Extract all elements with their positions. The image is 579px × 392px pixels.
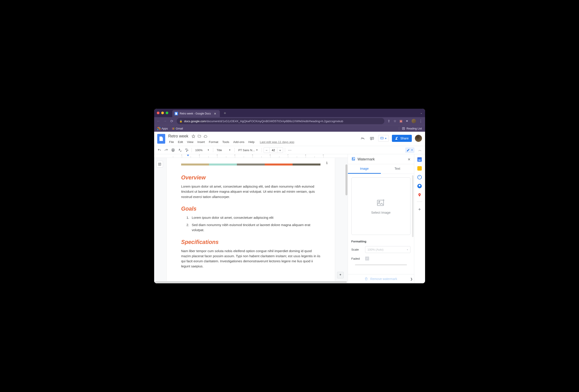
docs-favicon-icon [174,112,178,115]
panel-scrollbar[interactable] [412,175,414,237]
profile-avatar-icon[interactable] [412,119,416,123]
remove-watermark-button[interactable]: Remove watermark ❯ [348,274,414,283]
print-button[interactable] [170,147,176,153]
kebab-menu-icon[interactable]: ⋮ [419,119,423,123]
overview-body[interactable]: Lorem ipsum dolor sit amet, consectetuer… [181,184,320,199]
tab-title: Retro week - Google Docs [180,112,211,115]
maps-icon[interactable] [417,193,422,197]
share-page-icon[interactable]: ⇪ [387,119,390,123]
vertical-scrollbar[interactable] [346,162,348,279]
docs-logo-icon[interactable] [157,134,165,144]
move-folder-icon[interactable] [198,134,201,138]
font-size-plus[interactable]: + [277,148,283,153]
menu-file[interactable]: File [167,139,176,145]
svg-point-11 [419,194,420,195]
doc-scroll[interactable]: 1 Overview Lorem ipsum dolor sit amet, c… [154,158,348,281]
workspace: 1 Overview Lorem ipsum dolor sit amet, c… [154,154,425,283]
heading-overview[interactable]: Overview [181,174,320,181]
reading-list-button[interactable]: Reading List [399,127,422,130]
close-tab-icon[interactable]: ✕ [214,112,216,115]
browser-tab[interactable]: Retro week - Google Docs ✕ [172,110,220,117]
nav-back-button[interactable]: ← [157,119,160,123]
panel-hscroll[interactable] [355,264,407,266]
svg-point-8 [353,158,353,159]
style-select[interactable]: Title▼ [215,148,233,153]
faded-checkbox[interactable]: ✓ [365,257,369,261]
canvas-area: 1 Overview Lorem ipsum dolor sit amet, c… [154,154,348,283]
explore-button[interactable] [337,272,344,279]
account-avatar[interactable] [415,135,422,142]
specs-body[interactable]: Nam liber tempor cum soluta nobis eleife… [181,248,320,269]
editing-mode-button[interactable]: ▼ [405,147,415,153]
cloud-status-icon[interactable] [204,134,208,138]
font-size-minus[interactable]: − [264,148,269,153]
menu-help[interactable]: Help [247,139,256,145]
menu-view[interactable]: View [185,139,195,145]
heading-goals[interactable]: Goals [181,206,320,212]
gmail-shortcut[interactable]: M Gmail [172,127,183,130]
present-button[interactable]: ▼ [378,135,389,142]
get-addons-button[interactable]: ＋ [417,206,422,212]
apps-shortcut[interactable]: Apps [157,127,168,130]
bookmark-star-icon[interactable]: ☆ [393,119,396,123]
reading-list-icon [402,127,405,130]
address-input[interactable]: 🔒 docs.google.com/document/d/1xG1zOE4X_H… [177,118,384,124]
heading-specs[interactable]: Specifications [181,239,320,245]
scale-select[interactable]: 100% (Auto)▾ [365,246,411,253]
tab-text[interactable]: Text [381,164,414,174]
last-edit-link[interactable]: Last edit was 11 days ago [258,139,296,145]
menu-addons[interactable]: Add-ons [231,139,246,145]
menu-tools[interactable]: Tools [220,139,231,145]
list-item[interactable]: Lorem ipsum dolor sit amet, consectetuer… [181,215,320,220]
new-tab-button[interactable]: ＋ [223,110,227,115]
close-panel-icon[interactable]: ✕ [408,157,411,162]
extension-icon[interactable]: ▣ [399,119,403,123]
activity-icon[interactable] [360,135,366,141]
indent-marker-icon[interactable] [187,155,189,156]
menu-insert[interactable]: Insert [196,139,207,145]
url-path: /document/d/1xG1zOE4X_HgQkwFOCKmyQmBGWD5… [206,119,343,123]
undo-button[interactable] [156,147,162,153]
calendar-icon[interactable]: 31 [417,157,422,162]
font-select[interactable]: PT Sans N…▼ [236,147,260,153]
menu-format[interactable]: Format [207,139,220,145]
doc-title-input[interactable]: Retro week [167,133,189,139]
contacts-icon[interactable] [417,184,422,188]
menu-edit[interactable]: Edit [176,139,185,145]
ruler[interactable] [154,154,348,158]
panel-collapse-icon[interactable]: ❯ [410,277,413,281]
browser-window: Retro week - Google Docs ✕ ＋ ⌄ ← → ⟳ 🔒 d… [154,109,425,283]
url-bar: ← → ⟳ 🔒 docs.google.com/document/d/1xG1z… [154,117,425,125]
scale-row: Scale 100% (Auto)▾ [352,246,411,253]
tab-image[interactable]: Image [348,164,381,174]
font-size-value[interactable]: 42 [269,148,277,153]
close-window-button[interactable] [157,112,159,114]
comments-icon[interactable] [369,135,375,141]
horizontal-scrollbar[interactable] [154,281,348,283]
tasks-icon[interactable] [417,175,422,179]
star-icon[interactable] [192,134,195,138]
tabs-menu-icon[interactable]: ⌄ [420,111,423,114]
select-image-dropzone[interactable]: Select Image [352,177,411,235]
minimize-window-button[interactable] [161,112,164,114]
list-item[interactable]: Sed diam nonummy nibh euismod tincidunt … [181,222,320,233]
watermark-panel: Watermark ✕ Image Text Select Image Form… [348,154,414,283]
more-tools-button[interactable]: ⋯ [287,147,292,153]
trash-icon [364,277,368,281]
reload-button[interactable]: ⟳ [170,119,174,123]
page[interactable]: 1 Overview Lorem ipsum dolor sit amet, c… [167,158,335,281]
share-button[interactable]: Share [392,135,412,142]
redo-button[interactable] [163,147,169,153]
extensions-puzzle-icon[interactable]: ✦ [406,119,409,123]
nav-forward-button[interactable]: → [163,119,167,123]
header-actions: ▼ Share [360,135,422,142]
paint-format-button[interactable] [184,147,190,153]
spellcheck-button[interactable] [177,147,183,153]
keep-icon[interactable] [417,166,422,170]
maximize-window-button[interactable] [166,112,168,114]
goals-list[interactable]: Lorem ipsum dolor sit amet, consectetuer… [181,215,320,233]
collapse-toolbar-button[interactable]: ︿ [417,147,423,154]
select-image-label: Select Image [371,211,391,214]
zoom-select[interactable]: 100%▼ [194,148,211,153]
titlebar: Retro week - Google Docs ✕ ＋ ⌄ [154,109,425,117]
